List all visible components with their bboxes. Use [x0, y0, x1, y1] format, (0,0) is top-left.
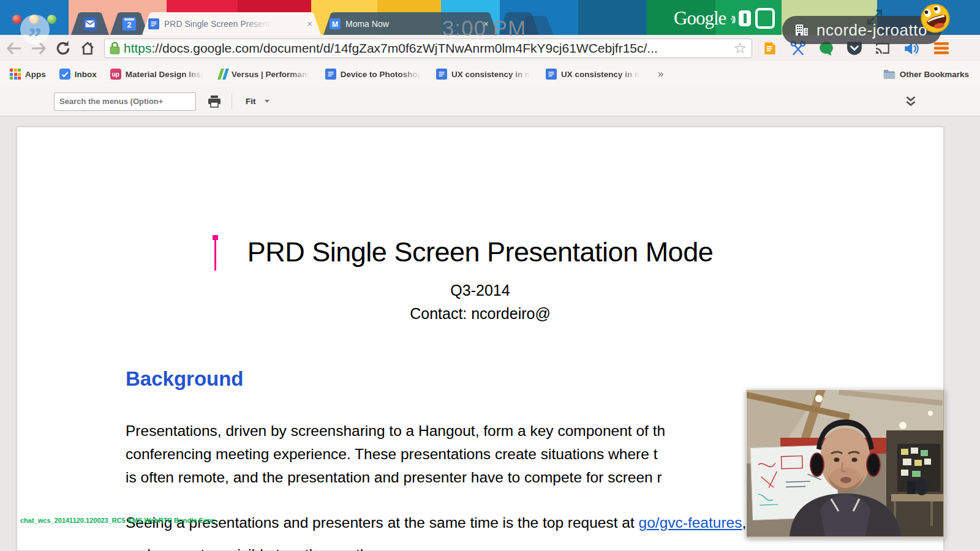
- zoom-select[interactable]: Fit: [246, 97, 270, 106]
- bookmarks-bar: Apps Inbox up Material Design Insp Versu…: [0, 61, 980, 88]
- tab-prd-doc[interactable]: PRD Single Screen Presenta ×: [142, 12, 321, 35]
- reload-button[interactable]: [53, 38, 74, 59]
- bookmark-label: Apps: [25, 70, 46, 79]
- chat-quote-bubble: ”: [20, 15, 50, 44]
- toolbar-separator: [232, 94, 232, 110]
- inbox-icon: [59, 69, 70, 80]
- google-wordmark: Google: [674, 7, 726, 29]
- bookmark-apps[interactable]: Apps: [10, 69, 46, 80]
- bookmark-label: Inbox: [75, 70, 97, 79]
- bookmark-label: Device to Photoshop: [341, 70, 423, 79]
- bookmarks-overflow-chevron[interactable]: »: [658, 68, 663, 80]
- notes-extension-icon[interactable]: [760, 38, 780, 59]
- bookmark-label: Versus | Performanc: [232, 70, 312, 79]
- io-arcs-icon: ·)): [730, 14, 734, 23]
- tab-title: PRD Single Screen Presenta: [164, 19, 275, 29]
- docs-toolbar: Fit: [0, 87, 980, 116]
- bookmark-label: Other Bookmarks: [900, 70, 969, 79]
- doc-paragraph-line-clipped: and presenters visible together on the s…: [126, 546, 426, 551]
- apps-grid-icon: [10, 69, 21, 80]
- bookmark-material-design[interactable]: up Material Design Insp: [110, 69, 206, 80]
- presenter-badge: ncorde-jcroatto: [782, 16, 941, 44]
- zoom-window-button[interactable]: [47, 15, 56, 24]
- docs-icon: [325, 69, 336, 80]
- google-io-logo: Google ·)): [674, 7, 775, 29]
- url-text: ://docs.google.com/document/d/14fgZax7m0…: [152, 41, 730, 56]
- print-button[interactable]: [207, 95, 222, 108]
- svg-text:2: 2: [127, 20, 131, 29]
- chevron-down-icon: [265, 100, 270, 103]
- doc-heading-background: Background: [126, 367, 244, 391]
- folder-icon: [883, 69, 895, 80]
- home-button[interactable]: [77, 38, 98, 59]
- secure-lock-icon: [110, 42, 120, 54]
- bookmark-ux-consistency-2[interactable]: UX consistency in m: [546, 69, 642, 80]
- uplabs-icon: up: [110, 69, 121, 80]
- tab-title: Moma Now: [345, 19, 389, 29]
- doc-paragraph-line: Seeing a presentations and presenters at…: [126, 514, 746, 531]
- bookmark-star-icon[interactable]: ☆: [733, 40, 747, 57]
- bookmark-label: Material Design Insp: [126, 70, 206, 79]
- doc-paragraph-line: conferencing meeting experience. These p…: [126, 446, 657, 463]
- bookmark-versus[interactable]: Versus | Performanc: [219, 69, 312, 80]
- bookmark-label: UX consistency in m: [451, 70, 532, 79]
- calendar-icon: 2: [123, 17, 136, 31]
- close-window-button[interactable]: [12, 15, 21, 24]
- docs-icon: [546, 69, 557, 80]
- doc-title: PRD Single Screen Presentation Mode: [17, 236, 943, 268]
- presenter-name: ncorde-jcroatto: [816, 21, 927, 40]
- bookmark-label: UX consistency in m: [561, 70, 642, 79]
- svg-text:M: M: [332, 20, 338, 28]
- doc-meta-contact: Contact: ncordeiro@: [17, 305, 943, 323]
- io-o-icon: [755, 8, 775, 29]
- self-video-tile[interactable]: [746, 389, 945, 538]
- laughing-emoji-icon: [917, 0, 954, 37]
- building-icon: [794, 23, 809, 37]
- url-scheme: https: [124, 41, 152, 56]
- bookmark-inbox[interactable]: Inbox: [59, 69, 97, 80]
- webrtc-debug-text: chat_wcs_20141120.120023_RC5 KMS WebRTC …: [20, 517, 215, 524]
- bookmark-device-to-photoshop[interactable]: Device to Photoshop: [325, 69, 423, 80]
- clock-text: 3:00 PM: [442, 16, 526, 40]
- stripe: [578, 0, 647, 35]
- gvc-features-link[interactable]: go/gvc-features: [639, 514, 742, 531]
- doc-paragraph-line: Presentations, driven by screensharing t…: [126, 422, 665, 440]
- collapse-menus-button[interactable]: [903, 93, 919, 111]
- versus-icon: [219, 69, 227, 80]
- doc-paragraph-line: is often remote, and the presentation an…: [126, 469, 662, 486]
- webcam-scene: [747, 390, 943, 536]
- address-bar[interactable]: https ://docs.google.com/document/d/14fg…: [104, 39, 752, 58]
- docs-menu-search-input[interactable]: [54, 92, 196, 111]
- gmail-icon: [83, 17, 97, 31]
- back-button[interactable]: [4, 38, 24, 59]
- moma-icon: M: [330, 18, 341, 29]
- bookmark-other-bookmarks[interactable]: Other Bookmarks: [883, 69, 969, 80]
- tab-close-icon[interactable]: ×: [304, 18, 315, 29]
- bookmark-ux-consistency-1[interactable]: UX consistency in m: [436, 69, 532, 80]
- docs-icon: [436, 69, 447, 80]
- zoom-value: Fit: [246, 97, 256, 106]
- docs-icon: [148, 18, 159, 29]
- doc-meta-quarter: Q3-2014: [17, 282, 943, 299]
- io-i-icon: [739, 10, 751, 26]
